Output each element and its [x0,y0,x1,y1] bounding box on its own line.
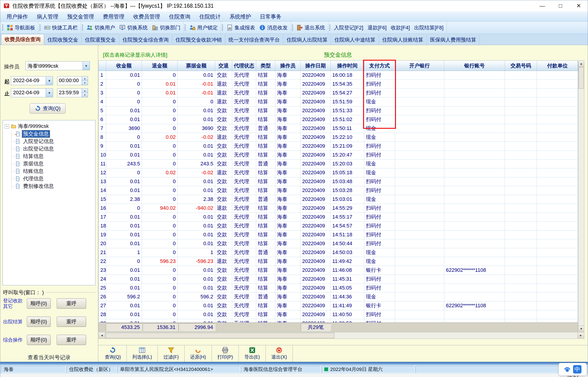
tab[interactable]: 住院病人出院结算 [283,35,331,45]
tab[interactable]: 住院收预交金 [44,35,82,45]
chevron-down-icon[interactable]: ▼ [82,62,90,70]
toolbar-button[interactable]: 切换用户 [84,23,117,33]
table-row[interactable]: 10.0100.01交款无代理结算海泰2022040916:00:18扫码付 [99,71,578,80]
horizontal-scrollbar[interactable]: ◄ ► [98,332,584,339]
table-row[interactable]: 7369003690交款无代理普通海泰2022040915:50:11现金 [99,124,578,133]
tree-item[interactable]: 票据信息 [12,160,94,167]
table-row[interactable]: 90.0100.01交款无代理结算海泰2022040915:21:09扫码付 [99,142,578,151]
menu-item[interactable]: 预交金管理 [63,12,98,22]
recall-button[interactable]: 重呼 [57,317,86,327]
column-header-bank[interactable]: 开户银行 [395,61,444,71]
table-row[interactable]: 250.0100.01交款无代理结算海泰2022040911:45:05扫码付 [99,284,578,293]
table-row[interactable]: 280.0100.01交款无代理结算海泰2022040911:40:50扫码付 [99,310,578,319]
view-call-records-link[interactable]: 查看当天叫号记录 [0,354,98,361]
call-button[interactable]: 顺呼(0) [27,335,51,345]
toolbar-button[interactable]: 消息收发 [257,23,290,33]
table-row[interactable]: 190.0100.01交款无代理结算海泰2022040914:51:18扫码付 [99,231,578,239]
tree-item[interactable]: 代理信息 [12,175,94,182]
tree-item[interactable]: 费别修改信息 [12,182,94,190]
table-row[interactable]: 800.02-0.02退款无代理结算海泰2022040915:22:10现金 [99,133,578,142]
column-header-receipt[interactable]: 票据金额 [177,61,215,71]
menu-item[interactable]: 住院查询 [165,12,195,22]
collapse-icon[interactable]: − [5,124,9,129]
menu-item[interactable]: 收费员管理 [129,12,165,22]
tree-item[interactable]: 入院登记信息 [12,138,94,145]
scroll-right-icon[interactable]: ► [577,332,584,339]
bottom-toolbar-button[interactable]: 还原(H) [185,345,212,362]
column-header-agent-status[interactable]: 代理状态 [232,61,256,71]
table-row[interactable]: 220596.23-596.23退款无代理结算海泰2022040911:49:4… [99,257,578,266]
tree-item[interactable]: 出院登记信息 [12,145,94,153]
table-row[interactable]: 300.01-0.01退款无代理结算海泰2022040915:54:27扫码付 [99,89,578,97]
tab[interactable]: 医保病人费用预结算 [427,35,480,45]
menu-item[interactable]: 系统维护 [225,12,256,22]
menu-item[interactable]: 日常事务 [256,12,286,22]
column-header-pay-refund[interactable]: 交退 [215,61,232,71]
scroll-down-icon[interactable]: ▼ [578,326,584,332]
toolbar-button[interactable]: 收款[F4] [389,23,412,33]
spinner-up-icon[interactable]: ▲ [82,89,88,93]
from-time-spinner[interactable]: 00:00:00 ▲▼ [57,76,88,85]
column-header-deposit[interactable]: 收金额 [106,61,142,71]
toolbar-button[interactable]: 集成报表 [224,23,257,33]
spinner-up-icon[interactable]: ▲ [82,77,88,81]
table-row[interactable]: 1200.02-0.02退款无代理结算海泰2022040915:05:18现金 [99,168,578,177]
column-header-pay-method[interactable]: 支付方式 [364,61,395,71]
query-button[interactable]: 查询(Q) [30,103,66,114]
minimize-button[interactable]: — [533,0,551,12]
from-date-picker[interactable]: 2022-04-09 ▼ [11,76,53,85]
bottom-toolbar-button[interactable]: 列选择(L) [127,345,158,362]
column-header-payer[interactable]: 付款单位 [537,61,578,71]
tab[interactable]: 住院病人中途结算 [331,35,379,45]
spinner-down-icon[interactable]: ▼ [82,93,88,97]
tree-root[interactable]: − 海泰/9999csk [4,122,94,130]
tab[interactable]: 收费员综合查询 [1,34,44,45]
tab[interactable]: 住院退预交金 [82,35,119,45]
tree-item[interactable]: 结算信息 [12,153,94,160]
scroll-left-icon[interactable]: ◄ [99,332,105,339]
table-row[interactable]: 200.01-0.01退款无代理结算海泰2022040915:54:35扫码付 [99,80,578,89]
toolbar-button[interactable]: 退出系统 [294,23,327,33]
menu-item[interactable]: 病人管理 [32,12,63,22]
column-header-operator[interactable]: 操作员 [275,61,301,71]
table-row[interactable]: 140.0100.01交款无代理结算海泰2022040915:03:28扫码付 [99,186,578,195]
scroll-up-icon[interactable]: ▲ [578,61,584,67]
column-header-op-date[interactable]: 操作日期 [301,61,331,71]
toolbar-button[interactable]: 切换系统 [117,23,150,33]
recall-button[interactable]: 重呼 [57,298,86,309]
table-row[interactable]: 152.3802.38交款无代理普通海泰2022040915:03:01现金 [99,195,578,204]
chevron-down-icon[interactable]: ▼ [46,89,53,97]
bottom-toolbar-button[interactable]: 查询(Q) [99,345,127,362]
recall-button[interactable]: 重呼 [57,335,86,345]
toolbar-button[interactable]: 入院登记[F2] [332,23,365,33]
ime-language-toggle[interactable]: 中 [573,365,581,374]
column-header-refund[interactable]: 退金额 [142,61,177,71]
table-row[interactable]: 200.0100.01交款无代理结算海泰2022040914:50:44扫码付 [99,239,578,248]
tab[interactable]: 住院病人挂账结算 [379,35,427,45]
bottom-toolbar-button[interactable]: 退出(X) [266,345,293,362]
toolbar-button[interactable]: 切换部门 [150,23,182,33]
vertical-scrollbar[interactable]: ▲ ▼ [578,60,584,332]
maximize-button[interactable]: □ [551,0,570,12]
table-row[interactable]: 4000退款无代理结算海泰2022040915:51:59现金 [99,97,578,106]
tab[interactable]: 住院预交金收款冲销 [172,35,225,45]
menu-item[interactable]: 费用管理 [98,12,129,22]
table-row[interactable]: 230.0100.01交款无代理结算海泰2022040911:46:08银行卡6… [99,266,578,275]
table-row[interactable]: 100.0100.01交款无代理结算海泰2022040915:20:47扫码付 [99,151,578,160]
menu-item[interactable]: 住院统计 [195,12,225,22]
ime-panel[interactable]: 中 [559,363,587,376]
toolbar-button[interactable]: 快捷工具栏 [42,23,80,33]
chevron-down-icon[interactable]: ▼ [46,77,53,85]
table-row[interactable]: 50.0100.01交款无代理结算海泰2022040915:51:33扫码付 [99,106,578,115]
toolbar-button[interactable]: 导航面板 [5,23,37,33]
toolbar-button[interactable]: 出院结算[F8] [412,23,446,33]
bottom-toolbar-button[interactable]: 打印(P) [212,345,239,362]
operator-combo[interactable]: 海泰\9999csk ▼ [25,61,90,70]
spinner-down-icon[interactable]: ▼ [82,81,88,85]
table-row[interactable]: 21101交款无代理普通海泰2022040914:50:03现金 [99,248,578,257]
table-row[interactable]: 60.0100.01交款无代理结算海泰2022040915:51:02扫码付 [99,115,578,124]
table-row[interactable]: 290.0100.01交款无代理结算海泰2022040911:39:52扫码付 [99,319,578,322]
column-header-op-time[interactable]: 操作时间 [331,61,364,71]
table-row[interactable]: 11243.50243.5交款无代理普通海泰2022040915:20:03现金 [99,160,578,168]
scrollbar-thumb[interactable] [106,333,334,338]
